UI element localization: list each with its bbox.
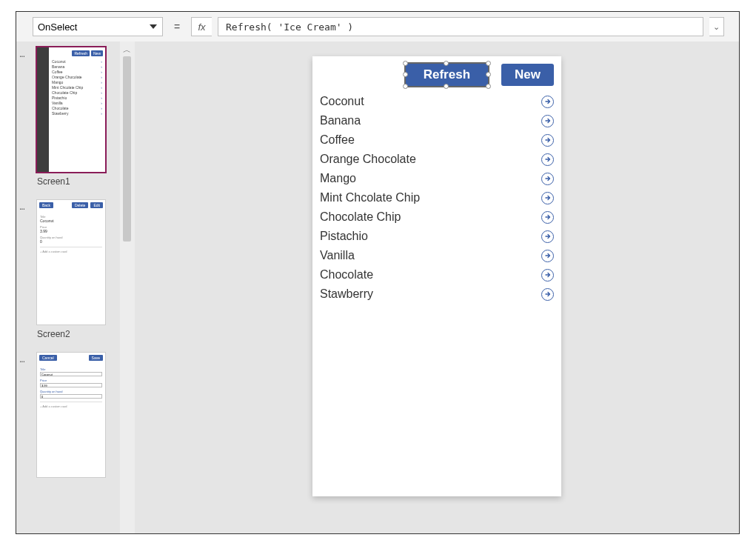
list-item-label: Stawberry	[320, 287, 373, 301]
thumbnail-save-button: Save	[89, 355, 103, 361]
formula-input[interactable]	[218, 17, 703, 36]
arrow-right-icon[interactable]	[541, 96, 554, 108]
canvas-screen: Refresh New CoconutBananaCoffeeOrange Ch…	[312, 56, 561, 496]
thumbnail-screen2-label: Screen2	[37, 329, 120, 339]
list-item: Pistachio›	[52, 96, 102, 101]
thumbnail-context-menu-icon[interactable]: ...	[19, 49, 24, 59]
list-item: Orange Chocolate›	[52, 75, 102, 80]
thumbnail-context-menu-icon[interactable]: ...	[19, 202, 24, 212]
thumbnail-screen2-block: ... Back Delete Edit Title Coconut Price…	[16, 200, 120, 339]
list-item-label: Chocolate	[320, 268, 373, 282]
refresh-button[interactable]: Refresh	[406, 64, 488, 86]
screen-thumbnail-rail: ... Refresh New Coconut›Banana›Coffee›Or…	[16, 41, 120, 533]
list-item[interactable]: Chocolate	[320, 265, 554, 284]
list-item-label: Coconut	[320, 95, 364, 108]
list-item: Chocolate›	[52, 106, 102, 111]
formula-expand-button[interactable]: ⌄	[709, 17, 724, 36]
new-button[interactable]: New	[501, 64, 554, 86]
scrollbar-thumb[interactable]	[123, 56, 131, 242]
arrow-right-icon[interactable]	[541, 211, 554, 224]
arrow-right-icon[interactable]	[541, 153, 554, 166]
workspace: ... Refresh New Coconut›Banana›Coffee›Or…	[16, 41, 739, 533]
resize-handle-icon[interactable]	[403, 84, 408, 89]
list-item[interactable]: Stawberry	[320, 284, 554, 304]
list-item-label: Chocolate Chip	[320, 210, 401, 224]
list-item: Chocolate Chip›	[52, 90, 102, 96]
thumbnail-edit-button: Edit	[90, 202, 103, 208]
arrow-right-icon[interactable]	[541, 134, 554, 147]
resize-handle-icon[interactable]	[486, 84, 491, 89]
thumbnail-new-button: New	[91, 50, 103, 56]
list-item: Mint Chcolate Chip›	[52, 85, 102, 90]
formula-bar: OnSelect = fx ⌄	[16, 12, 739, 41]
thumbnail-screen1-buttons: Refresh New	[72, 50, 103, 56]
resize-handle-icon[interactable]	[403, 72, 408, 77]
list-item-label: Mango	[320, 172, 356, 185]
list-item-label: Orange Chocolate	[320, 153, 416, 166]
list-item[interactable]: Chocolate Chip	[320, 207, 554, 227]
fx-label: fx	[191, 17, 212, 36]
arrow-right-icon[interactable]	[541, 250, 554, 262]
property-select-wrap: OnSelect	[33, 17, 163, 36]
list-item[interactable]: Mango	[320, 169, 554, 188]
thumbnail-screen2[interactable]: Back Delete Edit Title Coconut Price 3.9…	[37, 200, 105, 324]
arrow-right-icon[interactable]	[541, 115, 554, 127]
thumbnail-back-button: Back	[39, 202, 53, 208]
list-item[interactable]: Banana	[320, 111, 554, 130]
resize-handle-icon[interactable]	[444, 84, 449, 89]
arrow-right-icon[interactable]	[541, 230, 554, 243]
thumbnail-cancel-button: Cancel	[39, 355, 57, 361]
thumbnail-refresh-button: Refresh	[72, 50, 90, 56]
canvas-toolbar: Refresh New	[312, 56, 561, 90]
list-item-label: Vanilla	[320, 249, 355, 262]
list-item: Coconut›	[52, 59, 102, 64]
list-item: Coffee›	[52, 70, 102, 75]
property-dropdown[interactable]: OnSelect	[33, 17, 163, 36]
list-item: Stawberry›	[52, 111, 102, 116]
resize-handle-icon[interactable]	[403, 61, 408, 66]
resize-handle-icon[interactable]	[486, 61, 491, 66]
list-item[interactable]: Coconut	[320, 92, 554, 111]
list-item: Banana›	[52, 64, 102, 70]
arrow-right-icon[interactable]	[541, 288, 554, 301]
refresh-button-selection[interactable]: Refresh	[406, 64, 488, 86]
thumbnail-scrollbar[interactable]: ︿	[120, 41, 135, 533]
list-item-label: Coffee	[320, 133, 355, 147]
canvas-gallery: CoconutBananaCoffeeOrange ChocolateMango…	[312, 90, 561, 305]
resize-handle-icon[interactable]	[486, 72, 491, 77]
thumbnail-screen3[interactable]: Cancel Save Title Coconut Price 3.99 Qua…	[37, 353, 105, 477]
arrow-right-icon[interactable]	[541, 192, 554, 204]
thumbnail-screen3-block: ... Cancel Save Title Coconut Price 3.99…	[16, 353, 120, 477]
thumbnail-screen1-leftstrip	[37, 47, 49, 172]
thumbnail-screen1-label: Screen1	[37, 176, 120, 187]
equals-label: =	[169, 17, 185, 36]
arrow-right-icon[interactable]	[541, 173, 554, 185]
list-item: Vanilla›	[52, 101, 102, 106]
thumbnail-screen1-list: Coconut›Banana›Coffee›Orange Chocolate›M…	[52, 59, 102, 116]
arrow-right-icon[interactable]	[541, 269, 554, 282]
list-item[interactable]: Orange Chocolate	[320, 150, 554, 169]
list-item[interactable]: Vanilla	[320, 246, 554, 265]
list-item-label: Banana	[320, 114, 361, 127]
canvas-area: Refresh New CoconutBananaCoffeeOrange Ch…	[135, 41, 739, 533]
list-item[interactable]: Coffee	[320, 130, 554, 150]
list-item-label: Mint Chcolate Chip	[320, 191, 420, 204]
thumbnail-screen1[interactable]: Refresh New Coconut›Banana›Coffee›Orange…	[37, 47, 105, 172]
app-window: OnSelect = fx ⌄ ... Refresh New Coconut›…	[16, 11, 740, 534]
scroll-up-icon[interactable]: ︿	[123, 44, 131, 56]
list-item-label: Pistachio	[320, 230, 368, 243]
thumbnail-delete-button: Delete	[72, 202, 88, 208]
list-item[interactable]: Mint Chcolate Chip	[320, 188, 554, 207]
thumbnail-screen1-block: ... Refresh New Coconut›Banana›Coffee›Or…	[16, 47, 120, 187]
list-item: Mango›	[52, 80, 102, 85]
thumbnail-context-menu-icon[interactable]: ...	[19, 354, 24, 364]
list-item[interactable]: Pistachio	[320, 227, 554, 246]
